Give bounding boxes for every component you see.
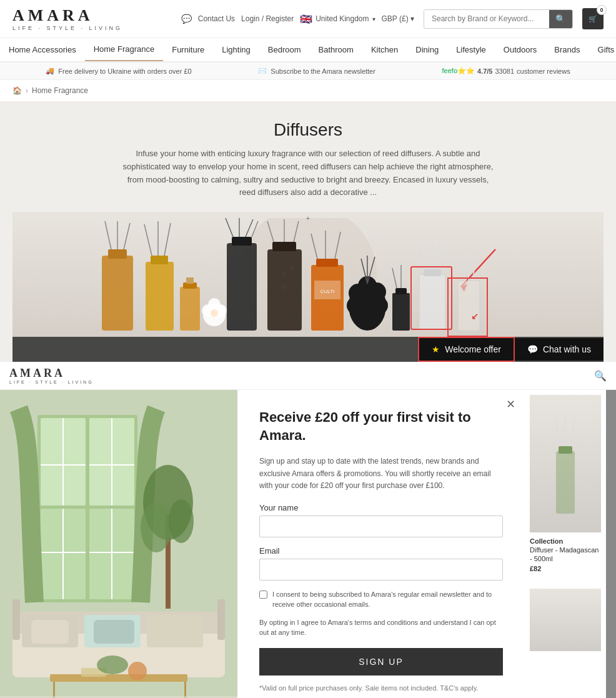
search-input[interactable]: [424, 10, 549, 27]
svg-line-21: [226, 218, 233, 237]
product-price: £82: [530, 565, 601, 572]
hero-image: +: [12, 212, 604, 337]
popup-form: ✕ Receive £20 off your first visit to Am…: [237, 390, 525, 698]
modal-overlay: ✕ Receive £20 off your first visit to Am…: [0, 390, 616, 698]
product-card-partial: Collection Diffuser - Madagascan - 500ml…: [525, 390, 606, 577]
svg-rect-87: [12, 599, 20, 640]
svg-rect-93: [94, 620, 134, 644]
second-logo-tagline: LIFE · STYLE · LIVING: [9, 380, 94, 384]
svg-point-100: [97, 656, 128, 674]
fine-print: *Valid on full price purchases only. Sal…: [259, 683, 503, 694]
logo[interactable]: AMARA LIFE · STYLE · LIVING: [12, 6, 122, 31]
svg-point-83: [141, 502, 172, 552]
svg-rect-94: [50, 674, 187, 682]
nav-dining[interactable]: Dining: [407, 39, 447, 61]
svg-text:CULTI: CULTI: [320, 289, 335, 294]
svg-point-29: [282, 284, 287, 289]
nav-home-fragrance[interactable]: Home Fragrance: [85, 38, 164, 61]
svg-rect-49: [392, 293, 410, 331]
svg-rect-6: [146, 262, 174, 331]
nav-brands[interactable]: Brands: [545, 39, 589, 61]
svg-rect-11: [180, 287, 200, 331]
hero-title: Diffusers: [12, 120, 604, 140]
popup-title: Receive £20 off your first visit to Amar…: [259, 409, 503, 444]
search-button[interactable]: 🔍: [549, 10, 572, 28]
hero-banner: Diffusers Infuse your home with enticing…: [0, 101, 616, 362]
cart-button[interactable]: 🛒 0: [582, 8, 604, 29]
chat-button[interactable]: 💬 Chat with us: [515, 338, 604, 361]
svg-rect-54: [424, 269, 441, 276]
svg-rect-1: [102, 256, 133, 331]
nav-kitchen[interactable]: Kitchen: [362, 39, 407, 61]
svg-point-44: [347, 297, 364, 314]
welcome-offer-label: Welcome offer: [445, 344, 501, 354]
svg-point-28: [290, 266, 295, 271]
nav-lighting[interactable]: Lighting: [213, 39, 259, 61]
currency-selector[interactable]: GBP (£) ▾: [382, 14, 414, 23]
svg-point-27: [282, 272, 287, 277]
nav-outdoors[interactable]: Outdoors: [495, 39, 545, 61]
your-name-input[interactable]: [259, 516, 503, 537]
svg-point-45: [370, 297, 388, 314]
nav-gifts[interactable]: Gifts: [589, 39, 616, 61]
logo-name: AMARA: [12, 6, 122, 25]
product-image-placeholder: [530, 395, 601, 532]
email-label: Email: [259, 546, 503, 556]
newsletter-info[interactable]: ✉️ Subscribe to the Amara newsletter: [258, 67, 375, 75]
popup-close-button[interactable]: ✕: [506, 397, 515, 411]
info-bar: 🚚 Free delivery to Ukraine with orders o…: [0, 62, 616, 80]
nav-bedroom[interactable]: Bedroom: [259, 39, 310, 61]
newsletter-icon: ✉️: [258, 67, 267, 75]
svg-line-3: [105, 221, 111, 249]
newsletter-text: Subscribe to the Amara newsletter: [271, 67, 375, 75]
breadcrumb-separator: ›: [26, 86, 28, 95]
nav-bathroom[interactable]: Bathroom: [310, 39, 362, 61]
svg-line-103: [556, 420, 560, 446]
consent-checkbox[interactable]: [259, 591, 267, 599]
breadcrumb-home[interactable]: 🏠: [12, 86, 22, 95]
feefo-rating: feefo⭐⭐ 4.7/5 33081 customer reviews: [442, 67, 570, 75]
contact-link[interactable]: Contact Us: [198, 14, 235, 23]
popup-description: Sign up and stay up to date with the lat…: [259, 456, 503, 492]
svg-line-8: [144, 224, 152, 256]
svg-rect-7: [151, 256, 168, 264]
breadcrumb-current: Home Fragrance: [32, 86, 88, 95]
header-links: 💬 Contact Us Login / Register 🇬🇧 United …: [181, 13, 414, 25]
svg-line-66: [472, 257, 477, 281]
consent-text: I consent to being subscribed to Amara's…: [272, 589, 503, 610]
nav-furniture[interactable]: Furniture: [163, 39, 213, 61]
svg-point-18: [211, 309, 218, 317]
email-input[interactable]: [259, 559, 503, 581]
chat-icon: 💬: [181, 14, 192, 24]
second-logo[interactable]: AMARA LIFE · STYLE · LIVING: [9, 367, 94, 384]
sign-up-button[interactable]: SIGN UP: [259, 648, 503, 676]
action-bar: ★ Welcome offer 💬 Chat with us: [12, 337, 604, 362]
cart-count: 0: [597, 5, 607, 15]
popup-room-image: [0, 390, 237, 698]
main-header: AMARA LIFE · STYLE · LIVING 💬 Contact Us…: [0, 0, 616, 38]
nav-home-accessories[interactable]: Home Accessories: [0, 39, 85, 61]
bottom-section: AMARA LIFE · STYLE · LIVING 🔍: [0, 362, 616, 698]
svg-rect-96: [184, 682, 186, 698]
country-selector[interactable]: 🇬🇧 United Kingdom ▾: [300, 13, 375, 25]
second-logo-text: AMARA: [9, 367, 94, 380]
second-mini-header: AMARA LIFE · STYLE · LIVING 🔍: [0, 362, 616, 390]
second-search-icon[interactable]: 🔍: [594, 370, 607, 382]
svg-rect-63: [458, 281, 480, 331]
svg-line-59: [440, 247, 444, 269]
cart-icon: 🛒: [589, 15, 597, 23]
star-icon: ★: [432, 344, 440, 354]
product-collection: Collection: [530, 537, 601, 545]
chevron-down-icon: ▾: [372, 16, 375, 22]
svg-point-17: [208, 298, 221, 311]
welcome-offer-button[interactable]: ★ Welcome offer: [418, 337, 515, 362]
feefo-label: customer reviews: [517, 67, 570, 75]
chat-label: Chat with us: [543, 344, 591, 354]
login-link[interactable]: Login / Register: [241, 14, 294, 23]
svg-rect-34: [316, 259, 338, 267]
svg-rect-20: [232, 237, 252, 246]
nav-lifestyle[interactable]: Lifestyle: [447, 39, 495, 61]
svg-rect-50: [395, 288, 407, 294]
svg-line-64: [461, 259, 465, 281]
feefo-stars-icon: feefo⭐⭐: [442, 67, 475, 75]
